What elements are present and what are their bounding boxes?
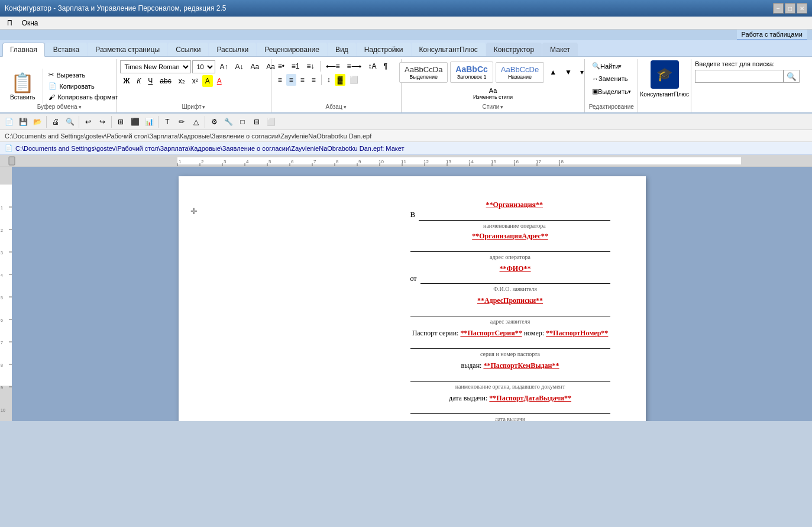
menu-item-file[interactable]: П <box>2 18 17 28</box>
copy-button[interactable]: 📄 Копировать <box>46 81 121 91</box>
numbering-button[interactable]: ≡1 <box>289 60 303 72</box>
style-title-preview: AaBbCcDe <box>501 65 539 74</box>
find-button[interactable]: 🔍 Найти ▾ <box>589 60 634 72</box>
draw-button[interactable]: ✏ <box>175 115 188 128</box>
grow-font-button[interactable]: A↑ <box>216 61 231 73</box>
font-size-select[interactable]: 10 <box>192 60 215 73</box>
konsultant-logo[interactable]: 🎓 <box>651 60 679 89</box>
superscript-button[interactable]: x² <box>189 75 201 87</box>
font-color-button[interactable]: А <box>214 75 225 87</box>
styles-scroll-down[interactable]: ▼ <box>562 63 575 81</box>
paste-icon: 📋 <box>11 72 34 94</box>
clipboard-expand-icon[interactable]: ▾ <box>79 104 82 110</box>
extra-button[interactable]: ⬜ <box>264 115 277 128</box>
settings-button[interactable]: ⚙ <box>208 115 221 128</box>
title-bar: Конфигуратор - Зарплата и Управление Пер… <box>0 0 812 17</box>
tab-layout[interactable]: Разметка страницы <box>88 43 167 56</box>
style-title[interactable]: AaBbCcDe Название <box>496 62 544 83</box>
svg-text:10: 10 <box>1 408 5 412</box>
align-justify-button[interactable]: ≡ <box>309 74 319 86</box>
new-button[interactable]: 📄 <box>2 115 15 128</box>
border-button[interactable]: ⬛ <box>128 115 141 128</box>
shrink-font-button[interactable]: A↓ <box>232 61 246 73</box>
align-right-button[interactable]: ≡ <box>297 74 308 86</box>
tools-button[interactable]: 🔧 <box>222 115 235 128</box>
change-styles-button[interactable]: Аа Изменить стили <box>470 85 516 102</box>
restore-button[interactable]: □ <box>785 3 795 14</box>
svg-text:4: 4 <box>1 273 3 277</box>
tab-insert[interactable]: Вставка <box>46 43 88 56</box>
svg-text:6: 6 <box>1 318 3 322</box>
strikethrough-button[interactable]: abc <box>157 75 174 87</box>
shape-button[interactable]: △ <box>189 115 202 128</box>
organization-field: **Организация** <box>486 201 543 209</box>
search-input[interactable] <box>695 70 784 83</box>
tab-addins[interactable]: Надстройки <box>357 43 411 56</box>
ruler-handle[interactable] <box>8 156 15 167</box>
close-button[interactable]: ✕ <box>797 3 807 14</box>
align-center-button[interactable]: ≡ <box>286 74 296 86</box>
highlight-button[interactable]: А <box>202 75 213 87</box>
increase-indent-button[interactable]: ≡⟶ <box>344 60 364 72</box>
document-area[interactable]: ✛ В **Организация** наименование операто… <box>12 167 812 421</box>
style-heading1[interactable]: AaBbCc Заголовок 1 <box>450 62 493 83</box>
tab-mailings[interactable]: Рассылки <box>209 43 256 56</box>
tab-home[interactable]: Главная <box>2 43 45 57</box>
styles-expand-icon[interactable]: ▾ <box>500 104 503 110</box>
select-button[interactable]: ▣ Выделить ▾ <box>589 86 634 97</box>
layout-button[interactable]: ⊟ <box>250 115 263 128</box>
save-button[interactable]: 💾 <box>17 115 30 128</box>
tab-view[interactable]: Вид <box>328 43 356 56</box>
styles-scroll-up[interactable]: ▲ <box>546 63 559 81</box>
redo-button[interactable]: ↪ <box>96 115 109 128</box>
preview-button[interactable]: 🔍 <box>63 115 76 128</box>
scissors-icon: ✂ <box>48 71 54 79</box>
align-left-button[interactable]: ≡ <box>275 74 285 86</box>
from-label: от <box>410 274 417 284</box>
paste-button[interactable]: 📋 Вставить <box>6 69 39 104</box>
tab-consultant[interactable]: КонсультантПлюс <box>412 43 486 56</box>
underline-button[interactable]: Ч <box>145 75 156 87</box>
clear-format-button[interactable]: Aa <box>247 61 262 73</box>
subscript-button[interactable]: x₂ <box>176 75 188 87</box>
borders-button[interactable]: ⬜ <box>347 74 361 86</box>
minimize-button[interactable]: − <box>773 3 784 14</box>
italic-button[interactable]: К <box>134 75 144 87</box>
format-copy-button[interactable]: 🖌 Копировать формат <box>46 92 121 102</box>
print-button[interactable]: 🖨 <box>49 115 62 128</box>
cut-button[interactable]: ✂ Вырезать <box>46 70 121 80</box>
style-normal[interactable]: AaBbCcDa Выделение <box>399 62 448 83</box>
table-button[interactable]: ⊞ <box>114 115 127 128</box>
sep3 <box>111 116 112 128</box>
passport-series-field: **ПаспортСерия** <box>460 329 522 337</box>
tab-links[interactable]: Ссылки <box>168 43 208 56</box>
insert-table-button[interactable]: 📊 <box>143 115 156 128</box>
bullets-button[interactable]: ≡• <box>275 60 287 72</box>
shading-button[interactable]: ▓ <box>335 74 346 86</box>
paragraph-expand-icon[interactable]: ▾ <box>344 104 347 110</box>
extra-tab-tables[interactable]: Работа с таблицами <box>737 30 807 40</box>
text-box-button[interactable]: Т <box>161 115 174 128</box>
search-button[interactable]: 🔍 <box>784 70 800 83</box>
font-name-select[interactable]: Times New Roman <box>120 60 191 73</box>
sort-button[interactable]: ↕A <box>365 60 380 72</box>
line-spacing-button[interactable]: ↕ <box>324 74 334 86</box>
square-button[interactable]: □ <box>236 115 249 128</box>
copy-label: Копировать <box>59 83 94 90</box>
paragraph-group-label: Абзац <box>326 104 342 110</box>
tab-review[interactable]: Рецензирование <box>257 43 327 56</box>
open-button[interactable]: 📂 <box>31 115 44 128</box>
multilevel-button[interactable]: ≡↓ <box>304 60 318 72</box>
change-styles-icon: Аа <box>489 87 497 94</box>
undo-button[interactable]: ↩ <box>82 115 95 128</box>
tab-layout2[interactable]: Макет <box>542 43 578 56</box>
ribbon-content: 📋 Вставить ✂ Вырезать 📄 Копировать 🖌 Коп… <box>0 56 812 112</box>
bold-button[interactable]: Ж <box>120 75 132 87</box>
menu-item-windows[interactable]: Окна <box>17 18 43 28</box>
tab-constructor[interactable]: Конструктор <box>486 43 542 56</box>
expand-icon[interactable]: ✛ <box>190 206 198 218</box>
replace-button[interactable]: ↔ Заменить <box>589 73 634 84</box>
show-marks-button[interactable]: ¶ <box>381 60 390 72</box>
decrease-indent-button[interactable]: ⟵≡ <box>323 60 343 72</box>
font-expand-icon[interactable]: ▾ <box>202 104 205 110</box>
